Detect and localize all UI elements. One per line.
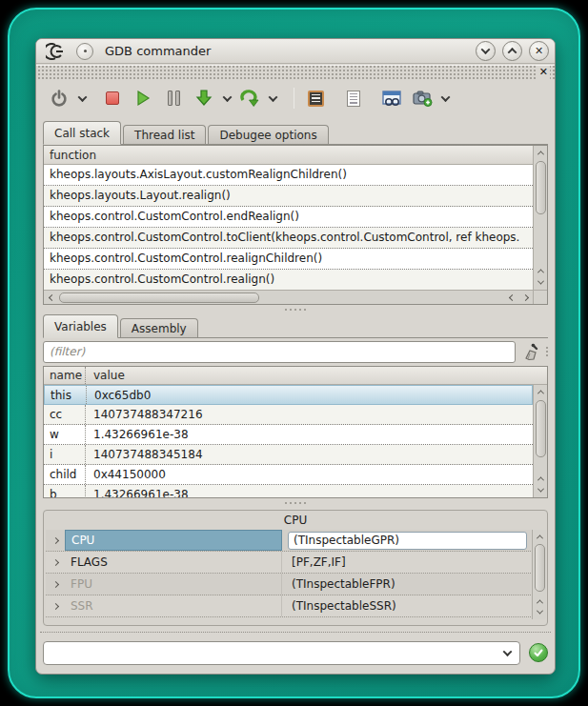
register-value: [PF,ZF,IF] bbox=[282, 555, 531, 569]
add-snapshot-button[interactable] bbox=[411, 86, 434, 111]
callstack-vscrollbar[interactable] bbox=[533, 146, 547, 290]
inspect-pages-tabbar: VariablesAssembly bbox=[43, 314, 548, 338]
step-into-button[interactable] bbox=[193, 86, 215, 111]
window-menu-button[interactable] bbox=[76, 43, 93, 60]
tab-debugee-options[interactable]: Debugee options bbox=[208, 125, 328, 144]
snapshot-dropdown[interactable] bbox=[434, 86, 456, 111]
titlebar[interactable]: GDB commander ✕ bbox=[36, 39, 555, 64]
variable-row[interactable]: b1.43266961e-38 bbox=[44, 485, 533, 497]
tab-thread-list[interactable]: Thread list bbox=[123, 125, 206, 144]
splitter-handle[interactable] bbox=[36, 305, 555, 313]
variable-name: b bbox=[44, 485, 86, 497]
register-name: CPU bbox=[65, 530, 282, 551]
scroll-up-icon[interactable] bbox=[534, 386, 547, 398]
scroll-up-icon[interactable] bbox=[534, 147, 547, 159]
variable-row[interactable]: this0xc65db0 bbox=[44, 385, 533, 405]
variable-value: 0xc65db0 bbox=[87, 389, 151, 402]
variables-panel: name value this0xc65db0cc140737488347216… bbox=[43, 366, 548, 498]
dock-handle[interactable]: ✕ bbox=[36, 65, 555, 79]
register-row[interactable]: FLAGS[PF,ZF,IF] bbox=[46, 552, 531, 574]
register-row[interactable]: SSR(TInspectableSSR) bbox=[46, 595, 531, 617]
expand-chevron-icon[interactable] bbox=[46, 538, 65, 543]
step-over-button[interactable] bbox=[238, 86, 261, 111]
step-into-icon bbox=[194, 89, 213, 108]
watches-window-button[interactable] bbox=[380, 86, 403, 111]
scroll-left-icon[interactable] bbox=[505, 291, 518, 304]
variable-row[interactable]: child0x44150000 bbox=[44, 465, 533, 485]
variables-vscrollbar[interactable] bbox=[533, 385, 547, 497]
clear-filter-button[interactable] bbox=[519, 340, 542, 363]
callstack-row[interactable]: kheops.control.CustomControl.realignChil… bbox=[44, 249, 533, 270]
tab-assembly[interactable]: Assembly bbox=[120, 318, 198, 337]
splitter-handle[interactable] bbox=[36, 498, 555, 507]
debug-toolbar bbox=[36, 81, 555, 115]
close-button[interactable]: ✕ bbox=[529, 41, 549, 61]
stop-button[interactable] bbox=[101, 86, 124, 111]
cpu-groupbox: CPU CPU(TInspectableGPR)FLAGS[PF,ZF,IF]F… bbox=[43, 510, 548, 626]
scroll-thumb[interactable] bbox=[535, 544, 545, 592]
maximize-button[interactable] bbox=[502, 41, 522, 61]
variable-row[interactable]: i140737488345184 bbox=[44, 445, 533, 465]
callstack-row[interactable]: kheops.control.CustomControl.realign() bbox=[44, 270, 533, 290]
tab-variables[interactable]: Variables bbox=[43, 314, 118, 338]
event-log-button[interactable] bbox=[342, 86, 365, 111]
callstack-row[interactable]: kheops.control.CustomControl.endRealign(… bbox=[44, 207, 533, 228]
execute-button[interactable] bbox=[529, 643, 548, 662]
combo-dropdown-button[interactable] bbox=[498, 642, 516, 664]
expand-chevron-icon[interactable] bbox=[46, 582, 65, 587]
filter-row bbox=[43, 340, 548, 363]
bottom-splitter[interactable] bbox=[40, 632, 551, 633]
shade-button[interactable] bbox=[476, 41, 496, 61]
callstack-row[interactable]: kheops.control.CustomControl.toClient(kh… bbox=[44, 228, 533, 249]
register-value-editor[interactable]: (TInspectableGPR) bbox=[288, 532, 527, 550]
scroll-down-icon[interactable] bbox=[534, 484, 547, 496]
step-over-icon bbox=[239, 89, 260, 108]
filter-input[interactable] bbox=[43, 341, 516, 363]
variable-name: child bbox=[44, 465, 86, 484]
register-name: FPU bbox=[65, 574, 282, 595]
register-row[interactable]: FPU(TInspectableFPR) bbox=[46, 574, 531, 595]
tab-call-stack[interactable]: Call stack bbox=[43, 121, 121, 145]
debug-pages-tabbar: Call stackThread listDebugee options bbox=[43, 121, 548, 145]
scroll-thumb[interactable] bbox=[536, 400, 546, 457]
step-over-dropdown[interactable] bbox=[261, 86, 284, 111]
cpu-vscrollbar[interactable] bbox=[532, 530, 546, 619]
command-combobox[interactable] bbox=[43, 641, 520, 665]
step-into-dropdown[interactable] bbox=[215, 86, 238, 111]
command-input[interactable] bbox=[48, 643, 495, 663]
scroll-up-icon[interactable] bbox=[533, 531, 546, 543]
register-row[interactable]: CPU(TInspectableGPR) bbox=[46, 530, 531, 552]
value-column-header[interactable]: value bbox=[86, 369, 125, 382]
power-icon bbox=[51, 90, 68, 107]
expand-chevron-icon[interactable] bbox=[46, 604, 65, 609]
memory-icon bbox=[308, 91, 324, 107]
power-dropdown[interactable] bbox=[71, 86, 93, 111]
stop-icon bbox=[106, 91, 119, 105]
scroll-down-icon[interactable] bbox=[534, 276, 547, 289]
callstack-column-header[interactable]: function bbox=[44, 146, 547, 165]
play-icon bbox=[134, 90, 152, 107]
memory-view-button[interactable] bbox=[304, 86, 327, 111]
callstack-row[interactable]: kheops.layouts.Layout.realign() bbox=[44, 186, 533, 207]
scroll-thumb[interactable] bbox=[536, 161, 546, 214]
variable-row[interactable]: w1.43266961e-38 bbox=[44, 425, 533, 445]
scroll-down-icon[interactable] bbox=[533, 606, 546, 618]
scroll-right-icon[interactable] bbox=[518, 291, 532, 304]
scroll-thumb[interactable] bbox=[59, 292, 259, 303]
variable-row[interactable]: cc140737488347216 bbox=[44, 405, 533, 425]
power-button[interactable] bbox=[48, 86, 71, 111]
log-icon bbox=[347, 91, 360, 107]
expand-chevron-icon[interactable] bbox=[46, 560, 65, 565]
run-button[interactable] bbox=[132, 86, 154, 111]
pause-button[interactable] bbox=[162, 86, 185, 111]
name-column-header[interactable]: name bbox=[44, 367, 86, 384]
dock-close-icon[interactable]: ✕ bbox=[537, 66, 550, 79]
toolbar-separator bbox=[294, 88, 294, 109]
variable-value: 140737488347216 bbox=[86, 408, 203, 421]
cpu-group-title: CPU bbox=[44, 511, 547, 530]
register-value: (TInspectableFPR) bbox=[282, 577, 531, 591]
scroll-left-icon[interactable] bbox=[45, 291, 58, 304]
panel-splitter-grip[interactable] bbox=[546, 347, 548, 356]
callstack-hscrollbar[interactable] bbox=[44, 290, 533, 304]
callstack-row[interactable]: kheops.layouts.AxisLayout.customRealignC… bbox=[44, 165, 533, 186]
